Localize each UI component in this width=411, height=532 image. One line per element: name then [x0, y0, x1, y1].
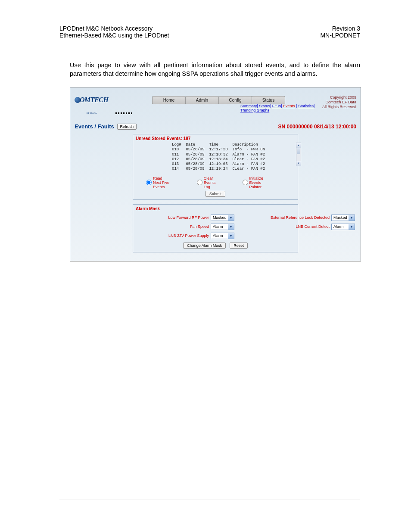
- doc-code: MN-LPODNET: [320, 32, 360, 39]
- doc-header: LPODnet M&C Netbook Accessory Ethernet-B…: [59, 25, 360, 39]
- events-scrollbar[interactable]: ▲ ▼: [296, 143, 301, 166]
- select-lnbcur[interactable]: Alarm▼: [331, 224, 355, 230]
- select-fan[interactable]: Alarm▼: [211, 224, 234, 230]
- alarm-mask-title: Alarm Mask: [133, 205, 298, 213]
- radio-init-pointer[interactable]: Initialize Events Pointer: [243, 176, 267, 189]
- label-extref: External Reference Lock Detected: [267, 215, 331, 220]
- refresh-button[interactable]: Refresh: [117, 124, 137, 130]
- radio-init-pointer-input[interactable]: [243, 180, 248, 185]
- label-lnbcur: LNB Current Detect: [267, 224, 331, 229]
- tab-admin[interactable]: Admin: [185, 96, 219, 104]
- submit-button[interactable]: Submit: [206, 191, 225, 197]
- radio-clear-log[interactable]: Clear Events Log: [197, 176, 216, 189]
- label-lnb22: LNB 22V Power Supply: [137, 233, 211, 238]
- events-panel: Unread Stored Events: 187 Log# Date Time…: [133, 134, 298, 200]
- copyright-line1: Copyright 2009: [322, 95, 356, 100]
- select-extref[interactable]: Masked▼: [331, 215, 355, 221]
- subnav-summary[interactable]: Summary: [240, 104, 257, 108]
- doc-title-line2: Ethernet-Based M&C using the LPODnet: [59, 32, 169, 39]
- logo: OMTECH EF DATA: [75, 96, 108, 104]
- doc-title-line1: LPODnet M&C Netbook Accessory: [59, 25, 169, 32]
- scroll-thumb[interactable]: [297, 148, 300, 154]
- alarm-mask-panel: Alarm Mask Low Forward RF Power Masked▼ …: [133, 204, 298, 252]
- doc-revision: Revision 3: [320, 25, 360, 32]
- sub-nav: Summary| Status| FETs| Events | Statisti…: [240, 104, 314, 108]
- change-alarm-mask-button[interactable]: Change Alarm Mask: [183, 243, 226, 249]
- reset-button[interactable]: Reset: [230, 243, 248, 249]
- scroll-up-icon[interactable]: ▲: [296, 143, 301, 148]
- chevron-down-icon: ▼: [228, 224, 234, 230]
- serial-number: SN 000000000 08/14/13 12:00:00: [278, 124, 356, 130]
- subnav-trending[interactable]: Trending Graphs: [240, 108, 269, 112]
- tab-home[interactable]: Home: [152, 96, 186, 104]
- logo-subtext: EF DATA: [87, 112, 97, 114]
- radio-clear-log-input[interactable]: [197, 180, 202, 185]
- subnav-status[interactable]: Status: [259, 104, 270, 108]
- subnav-fets[interactable]: FETs: [272, 104, 281, 108]
- select-low-rf[interactable]: Masked▼: [211, 215, 234, 221]
- subnav-statistics[interactable]: Statistics: [298, 104, 314, 108]
- logo-text: OMTECH: [80, 96, 108, 103]
- radio-read-next-input[interactable]: [146, 180, 152, 185]
- scroll-down-icon[interactable]: ▼: [296, 161, 301, 166]
- tab-status[interactable]: Status: [252, 96, 285, 104]
- chevron-down-icon: ▼: [228, 215, 234, 221]
- main-tabs: Home Admin Config Status: [152, 96, 285, 104]
- footer-line: [59, 500, 360, 500]
- chevron-down-icon: ▼: [228, 233, 234, 239]
- label-fan: Fan Speed: [137, 224, 211, 229]
- label-low-rf: Low Forward RF Power: [137, 215, 211, 220]
- events-log: Log# Date Time Description 010 05/28/09 …: [172, 143, 280, 172]
- copyright-line2: Comtech EF Data: [322, 100, 356, 105]
- copyright: Copyright 2009 Comtech EF Data All Right…: [322, 95, 356, 109]
- events-panel-title: Unread Stored Events: 187: [133, 134, 298, 143]
- tab-config[interactable]: Config: [218, 96, 252, 104]
- chevron-down-icon: ▼: [349, 224, 355, 230]
- select-lnb22[interactable]: Alarm▼: [211, 233, 234, 239]
- page-title: Events / Faults: [75, 123, 114, 130]
- logo-bars-icon: [115, 112, 133, 114]
- chevron-down-icon: ▼: [349, 215, 355, 221]
- radio-read-next[interactable]: Read Next Five Events: [146, 176, 170, 189]
- events-radio-row: Read Next Five Events Clear Events Log I…: [133, 174, 298, 190]
- subnav-events[interactable]: Events: [283, 104, 295, 108]
- body-paragraph: Use this page to view with all pertinent…: [70, 61, 360, 78]
- copyright-line3: All Rights Reserved: [322, 105, 356, 109]
- ui-screenshot: OMTECH EF DATA Home Admin Config Status …: [70, 87, 361, 261]
